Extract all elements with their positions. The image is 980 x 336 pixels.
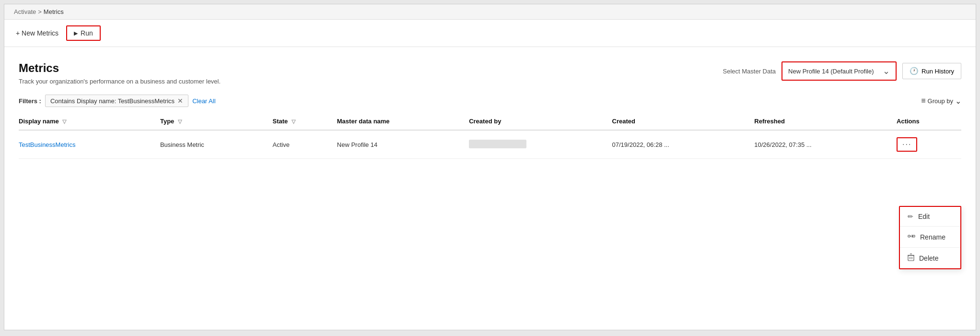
cell-master-data-name: New Profile 14 xyxy=(337,130,469,159)
new-metrics-label: + New Metrics xyxy=(16,29,58,37)
master-data-value: New Profile 14 (Default Profile) xyxy=(788,68,874,75)
metrics-table: Display name ▽ Type ▽ State ▽ Master d xyxy=(19,113,961,159)
filter-tag-close-icon[interactable]: ✕ xyxy=(177,97,183,105)
select-master-label: Select Master Data xyxy=(723,68,776,75)
filters-left: Filters : Contains Display name: TestBus… xyxy=(19,95,216,107)
chevron-down-icon: ⌄ xyxy=(883,66,890,76)
breadcrumb-separator: > xyxy=(38,8,42,15)
type-filter-icon[interactable]: ▽ xyxy=(178,119,182,124)
delete-icon xyxy=(908,253,914,263)
cell-type: Business Metric xyxy=(160,130,273,159)
page-title: Metrics xyxy=(19,61,221,75)
run-button[interactable]: ▶ Run xyxy=(66,25,101,41)
cell-actions: ··· xyxy=(897,130,961,159)
breadcrumb-parent[interactable]: Activate xyxy=(14,8,36,15)
rename-label: Rename xyxy=(920,233,945,241)
filters-label: Filters : xyxy=(19,97,41,105)
row-actions-button[interactable]: ··· xyxy=(897,137,917,152)
page-header: Metrics Track your organization's perfor… xyxy=(19,61,961,85)
metric-link[interactable]: TestBusinessMetrics xyxy=(19,141,75,148)
ellipsis-icon: ··· xyxy=(902,140,911,148)
col-created-by: Created by xyxy=(469,113,612,130)
header-controls: Select Master Data New Profile 14 (Defau… xyxy=(723,61,961,81)
breadcrumb-current: Metrics xyxy=(44,8,64,15)
page-title-section: Metrics Track your organization's perfor… xyxy=(19,61,221,85)
group-by-button[interactable]: ≡ Group by ⌄ xyxy=(921,96,961,106)
rename-menu-item[interactable]: Rename xyxy=(900,227,960,248)
run-history-label: Run History xyxy=(922,68,954,75)
col-actions: Actions xyxy=(897,113,961,130)
toolbar: + New Metrics ▶ Run xyxy=(4,20,976,47)
filter-tag-text: Contains Display name: TestBusinessMetri… xyxy=(50,97,175,105)
page-subtitle: Track your organization's performance on… xyxy=(19,78,221,85)
new-metrics-button[interactable]: + New Metrics xyxy=(14,26,60,40)
svg-rect-3 xyxy=(908,255,914,261)
master-data-dropdown[interactable]: New Profile 14 (Default Profile) ⌄ xyxy=(782,61,897,81)
breadcrumb-bar: Activate > Metrics xyxy=(4,4,976,20)
group-by-chevron-icon: ⌄ xyxy=(955,96,961,106)
col-state: State ▽ xyxy=(272,113,337,130)
table-row: TestBusinessMetrics Business Metric Acti… xyxy=(19,130,961,159)
cell-refreshed: 10/26/2022, 07:35 ... xyxy=(754,130,897,159)
cell-created: 07/19/2022, 06:28 ... xyxy=(612,130,755,159)
state-filter-icon[interactable]: ▽ xyxy=(292,119,295,124)
group-by-lines-icon: ≡ xyxy=(921,96,925,105)
col-master-data-name: Master data name xyxy=(337,113,469,130)
col-type: Type ▽ xyxy=(160,113,273,130)
edit-menu-item[interactable]: ✏ Edit xyxy=(900,207,960,227)
play-icon: ▶ xyxy=(74,30,78,36)
cell-display-name: TestBusinessMetrics xyxy=(19,130,160,159)
run-history-button[interactable]: 🕐 Run History xyxy=(902,63,961,79)
actions-dropdown-menu: ✏ Edit Rename xyxy=(899,206,961,269)
created-by-blurred xyxy=(469,140,526,148)
edit-icon: ✏ xyxy=(908,213,913,220)
run-label: Run xyxy=(81,29,93,37)
run-history-clock-icon: 🕐 xyxy=(910,67,919,75)
filters-row: Filters : Contains Display name: TestBus… xyxy=(19,95,961,107)
main-content: Metrics Track your organization's perfor… xyxy=(4,47,976,168)
delete-menu-item[interactable]: Delete xyxy=(900,248,960,268)
display-name-filter-icon[interactable]: ▽ xyxy=(62,119,66,124)
col-created: Created xyxy=(612,113,755,130)
delete-label: Delete xyxy=(919,254,938,262)
rename-icon xyxy=(908,232,915,241)
col-display-name: Display name ▽ xyxy=(19,113,160,130)
edit-label: Edit xyxy=(918,213,930,220)
col-refreshed: Refreshed xyxy=(754,113,897,130)
clear-all-button[interactable]: Clear All xyxy=(192,97,215,105)
cell-created-by xyxy=(469,130,612,159)
group-by-label: Group by xyxy=(928,97,953,105)
cell-state: Active xyxy=(272,130,337,159)
table-header-row: Display name ▽ Type ▽ State ▽ Master d xyxy=(19,113,961,130)
active-filter-tag: Contains Display name: TestBusinessMetri… xyxy=(45,95,188,107)
svg-rect-0 xyxy=(908,235,910,237)
